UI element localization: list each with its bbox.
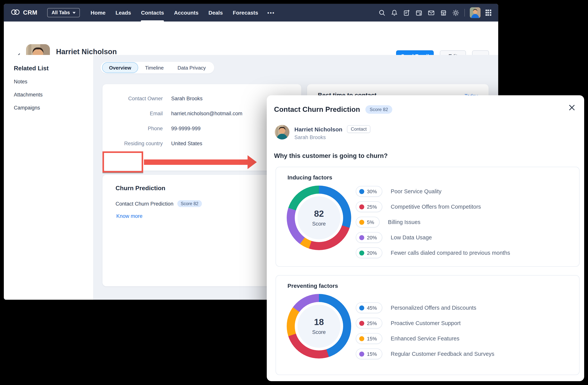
- legend-label: Low Data Usage: [391, 234, 432, 241]
- preventing-factors-card: Preventing factors 18 Score 45%Personali…: [275, 275, 580, 375]
- tab-overview[interactable]: Overview: [102, 62, 138, 73]
- compose-note-icon[interactable]: [403, 9, 410, 16]
- related-list-panel: Related List NotesAttachmentsCampaigns: [4, 55, 94, 300]
- nav-item-contacts[interactable]: Contacts: [141, 4, 164, 22]
- donut-score-label: Score: [312, 329, 326, 335]
- legend-percent-badge: 5%: [356, 217, 379, 227]
- donut-score-value: 18: [314, 317, 324, 326]
- legend-label: Personalized Offers and Discounts: [391, 305, 476, 311]
- legend-percent-badge: 15%: [356, 333, 382, 344]
- nav-item-leads[interactable]: Leads: [116, 4, 131, 22]
- modal-contact-name: Harriet Nicholson: [294, 126, 342, 132]
- factor-legend: 45%Personalized Offers and Discounts25%P…: [356, 302, 572, 364]
- legend-percent-badge: 15%: [356, 348, 382, 359]
- related-list-title: Related List: [14, 65, 49, 72]
- record-header: Harriet Nicholson Add tags Send Email Ed…: [4, 22, 498, 55]
- legend-percent-badge: 45%: [356, 302, 382, 313]
- nav-module-tabs: HomeLeadsContactsAccountsDealsForecasts: [91, 4, 258, 22]
- modal-owner-name: Sarah Brooks: [294, 135, 326, 140]
- modal-header: Contact Churn Prediction Score 82: [274, 105, 392, 114]
- legend-color-dot: [359, 189, 364, 194]
- churn-card-title: Churn Prediction: [116, 185, 166, 192]
- contact-type-badge: Contact: [347, 125, 371, 133]
- modal-title: Contact Churn Prediction: [274, 105, 360, 114]
- related-list-items: NotesAttachmentsCampaigns: [14, 79, 42, 111]
- legend-percent-value: 20%: [367, 250, 377, 256]
- record-tabs: OverviewTimelineData Privacy: [101, 62, 214, 73]
- donut-score-value: 82: [314, 209, 324, 218]
- settings-gear-icon[interactable]: [452, 9, 460, 16]
- brand-name: CRM: [23, 9, 37, 16]
- legend-color-dot: [359, 321, 364, 326]
- mail-icon[interactable]: [428, 9, 435, 16]
- close-icon[interactable]: [568, 104, 576, 112]
- legend-percent-badge: 25%: [356, 318, 382, 329]
- tab-data-privacy[interactable]: Data Privacy: [171, 63, 213, 73]
- nav-item-deals[interactable]: Deals: [209, 4, 223, 22]
- legend-item: 20%Fewer calls dialed compared to previo…: [356, 248, 572, 258]
- legend-label: Proactive Customer Support: [391, 320, 461, 326]
- calendar-icon[interactable]: [415, 9, 422, 16]
- nav-item-accounts[interactable]: Accounts: [174, 4, 199, 22]
- nav-item-home[interactable]: Home: [91, 4, 105, 22]
- detail-label: Residing country: [103, 141, 163, 146]
- nav-divider: [464, 9, 465, 17]
- modal-question-heading: Why this customer is going to churn?: [274, 152, 388, 159]
- legend-percent-value: 20%: [367, 235, 377, 240]
- tab-timeline[interactable]: Timeline: [138, 63, 171, 73]
- sidebar-item-notes[interactable]: Notes: [14, 79, 42, 85]
- sidebar-item-attachments[interactable]: Attachments: [14, 92, 42, 98]
- detail-value: 99-9999-999: [171, 126, 201, 131]
- sidebar-item-campaigns[interactable]: Campaigns: [14, 105, 42, 111]
- crm-logo[interactable]: CRM: [11, 8, 37, 17]
- legend-item: 15%Enhanced Service Features: [356, 333, 572, 344]
- legend-color-dot: [359, 351, 364, 356]
- legend-color-dot: [359, 305, 364, 310]
- legend-label: Competitive Offers from Competitors: [391, 204, 481, 210]
- legend-percent-value: 15%: [367, 351, 377, 357]
- detail-label: Email: [103, 111, 163, 116]
- legend-percent-badge: 30%: [356, 186, 382, 197]
- all-tabs-label: All Tabs: [52, 10, 70, 15]
- score-badge: Score 82: [177, 200, 202, 207]
- know-more-link[interactable]: Know more: [116, 213, 143, 219]
- legend-color-dot: [359, 250, 364, 255]
- notifications-bell-icon[interactable]: [391, 9, 398, 16]
- detail-value: United States: [171, 141, 202, 146]
- legend-percent-badge: 20%: [356, 232, 382, 243]
- zoho-logo-icon: [11, 8, 20, 17]
- nav-utility-icons: [378, 7, 491, 18]
- marketplace-store-icon[interactable]: [440, 9, 447, 16]
- user-avatar[interactable]: [470, 7, 481, 18]
- detail-value: harriet.nicholson@hotmail.com: [171, 111, 242, 116]
- factor-legend: 30%Poor Service Quality25%Competitive Of…: [356, 186, 572, 263]
- churn-card-row: Contact Churn Prediction Score 82: [116, 200, 202, 207]
- search-icon[interactable]: [378, 9, 386, 16]
- detail-value: Sarah Brooks: [171, 96, 203, 101]
- churn-prediction-modal: Contact Churn Prediction Score 82 Harrie…: [267, 95, 584, 381]
- app-grid-icon[interactable]: [485, 10, 491, 16]
- legend-item: 25%Competitive Offers from Competitors: [356, 201, 572, 212]
- legend-item: 30%Poor Service Quality: [356, 186, 572, 197]
- top-navigation-bar: CRM All Tabs HomeLeadsContactsAccountsDe…: [4, 4, 498, 22]
- legend-percent-value: 5%: [367, 219, 374, 225]
- legend-label: Enhanced Service Features: [391, 336, 460, 341]
- legend-percent-value: 25%: [367, 204, 377, 210]
- legend-item: 25%Proactive Customer Support: [356, 318, 572, 329]
- modal-contact-line: Harriet Nicholson Contact: [294, 125, 371, 133]
- all-tabs-dropdown[interactable]: All Tabs: [47, 8, 80, 17]
- donut-chart: 82 Score: [287, 186, 351, 250]
- legend-percent-badge: 20%: [356, 248, 382, 258]
- annotation-arrow: [144, 155, 257, 169]
- detail-label: Contact Owner: [103, 96, 163, 101]
- churn-row-label: Contact Churn Prediction: [116, 201, 173, 206]
- legend-item: 15%Regular Customer Feedback and Surveys: [356, 348, 572, 359]
- nav-item-forecasts[interactable]: Forecasts: [233, 4, 258, 22]
- legend-color-dot: [359, 336, 364, 341]
- modal-contact-photo: [275, 125, 289, 139]
- nav-more-ellipsis[interactable]: •••: [267, 10, 275, 16]
- donut-score-label: Score: [312, 221, 326, 226]
- legend-color-dot: [359, 204, 364, 209]
- detail-label: Phone: [103, 126, 163, 131]
- modal-score-badge: Score 82: [365, 105, 392, 114]
